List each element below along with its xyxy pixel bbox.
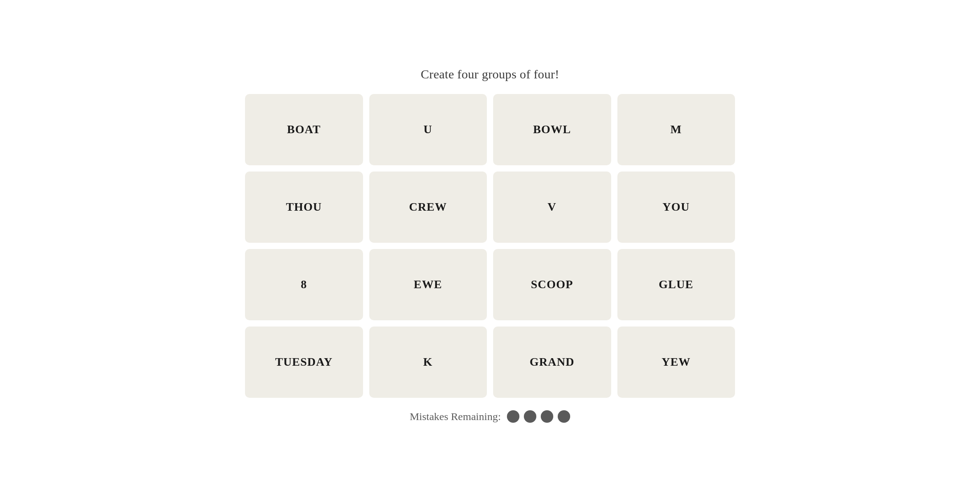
tile-grid: BOATUBOWLMTHOUCREWVYOU8EWESCOOPGLUETUESD… [245,94,735,398]
tile-label-bowl: BOWL [533,123,571,136]
tile-grand[interactable]: GRAND [493,327,611,398]
tile-label-v: V [547,200,556,214]
tile-bowl[interactable]: BOWL [493,94,611,165]
tile-label-boat: BOAT [287,123,321,136]
tile-glue[interactable]: GLUE [617,249,735,320]
tile-u[interactable]: U [369,94,487,165]
tile-label-thou: THOU [286,200,322,214]
tile-thou[interactable]: THOU [245,172,363,243]
mistakes-label: Mistakes Remaining: [410,411,501,423]
game-container: Create four groups of four! BOATUBOWLMTH… [245,67,735,423]
tile-label-tuesday: TUESDAY [275,355,333,369]
tile-m[interactable]: M [617,94,735,165]
tile-label-m: M [670,123,682,136]
tile-ewe[interactable]: EWE [369,249,487,320]
tile-label-grand: GRAND [530,355,575,369]
dots-container [507,410,570,423]
tile-label-glue: GLUE [659,278,694,291]
tile-label-scoop: SCOOP [531,278,573,291]
tile-label-yew: YEW [662,355,690,369]
tile-you[interactable]: YOU [617,172,735,243]
mistake-dot-4 [558,410,570,423]
tile-v[interactable]: V [493,172,611,243]
mistake-dot-1 [507,410,519,423]
tile-scoop[interactable]: SCOOP [493,249,611,320]
tile-8[interactable]: 8 [245,249,363,320]
tile-yew[interactable]: YEW [617,327,735,398]
tile-crew[interactable]: CREW [369,172,487,243]
mistake-dot-2 [524,410,536,423]
mistake-dot-3 [541,410,553,423]
mistakes-section: Mistakes Remaining: [410,410,571,423]
tile-label-ewe: EWE [414,278,442,291]
tile-boat[interactable]: BOAT [245,94,363,165]
tile-label-u: U [424,123,433,136]
tile-k[interactable]: K [369,327,487,398]
tile-label-you: YOU [662,200,690,214]
tile-tuesday[interactable]: TUESDAY [245,327,363,398]
tile-label-k: K [423,355,433,369]
tile-label-8: 8 [301,278,307,291]
game-subtitle: Create four groups of four! [421,67,559,82]
tile-label-crew: CREW [409,200,447,214]
